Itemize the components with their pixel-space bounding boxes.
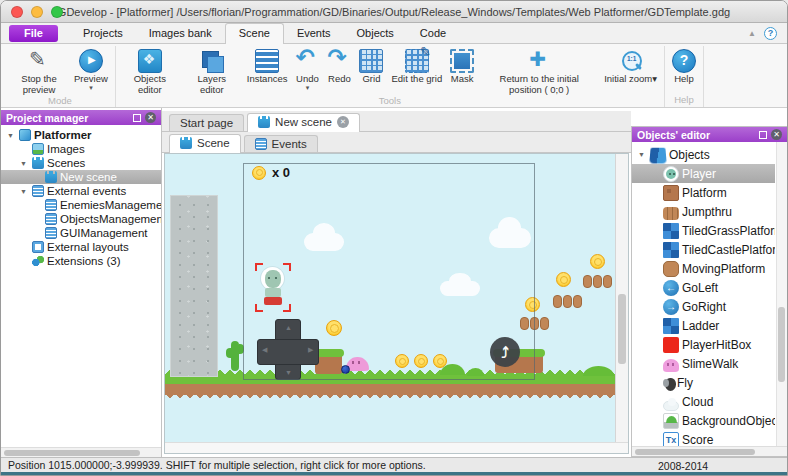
ribbon-item-undo[interactable]: Undo▾: [291, 46, 323, 90]
ribbon-item-objects-editor[interactable]: Objects editor: [119, 46, 181, 95]
jumpthru-instance[interactable]: [553, 295, 582, 308]
coin-instance[interactable]: [395, 354, 409, 368]
close-window-icon[interactable]: [11, 6, 23, 18]
coin-instance[interactable]: [525, 297, 540, 312]
vscroll-thumb[interactable]: [778, 307, 785, 382]
doc-tab-new-scene[interactable]: New scene✕: [247, 113, 360, 132]
project-item-guimanagement[interactable]: GUIManagement: [1, 226, 161, 240]
object-item-playerhitbox[interactable]: PlayerHitBox: [632, 335, 775, 354]
expand-arrow-icon[interactable]: ▼: [18, 160, 29, 167]
doc-tab-start-page[interactable]: Start page: [169, 114, 244, 131]
object-item-ladder[interactable]: Ladder: [632, 316, 775, 335]
expand-arrow-icon[interactable]: ▼: [636, 151, 647, 158]
ribbon-item-initial-zoom[interactable]: Initial zoom▾: [600, 46, 661, 85]
coin-counter[interactable]: x 0: [252, 165, 290, 180]
tree-item-label: GoLeft: [682, 281, 718, 295]
object-item-tiledgrassplatform[interactable]: TiledGrassPlatform: [632, 221, 775, 240]
ribbon-item-return-to-the-initial-position-0-0[interactable]: Return to the initial position ( 0;0 ): [478, 46, 600, 95]
float-panel-icon[interactable]: [759, 131, 767, 139]
object-item-slimewalk[interactable]: SlimeWalk: [632, 354, 775, 373]
coin-instance[interactable]: [556, 272, 571, 287]
pin-ribbon-icon[interactable]: ▲: [748, 29, 756, 38]
sub-tab-events[interactable]: Events: [244, 135, 318, 152]
ribbon-item-edit-the-grid[interactable]: Edit the grid: [387, 46, 446, 85]
object-item-goleft[interactable]: GoLeft: [632, 278, 775, 297]
grass-platform-instance[interactable]: [315, 352, 342, 374]
project-item-scenes[interactable]: ▼Scenes: [1, 156, 161, 170]
player-instance[interactable]: [258, 266, 288, 308]
menu-tab-events[interactable]: Events: [284, 24, 344, 43]
expand-arrow-icon[interactable]: ▼: [18, 188, 29, 195]
coin-instance[interactable]: [326, 320, 342, 336]
cloud-instance[interactable]: [304, 233, 344, 251]
ball-instance[interactable]: [341, 365, 350, 374]
project-item-external-events[interactable]: ▼External events: [1, 184, 161, 198]
ribbon-group-label: Mode: [8, 95, 112, 107]
menu-tab-scene[interactable]: Scene: [225, 23, 284, 44]
object-item-fly[interactable]: Fly: [632, 373, 775, 392]
objects-vscrollbar[interactable]: [776, 142, 787, 446]
events-icon: [45, 213, 57, 225]
close-tab-icon[interactable]: ✕: [337, 116, 349, 128]
ribbon-item-help[interactable]: Help: [668, 46, 700, 85]
project-manager-hscrollbar[interactable]: [1, 447, 161, 457]
ribbon-item-mask[interactable]: Mask: [446, 46, 478, 85]
menu-tab-objects[interactable]: Objects: [344, 24, 407, 43]
project-item-objectsmanagement[interactable]: ObjectsManagement: [1, 212, 161, 226]
jumpthru-instance[interactable]: [583, 275, 612, 288]
ribbon-item-grid[interactable]: Grid: [355, 46, 387, 85]
menu-tab-projects[interactable]: Projects: [70, 24, 136, 43]
object-item-backgroundobjects[interactable]: BackgroundObjects: [632, 411, 775, 430]
bush-background-object[interactable]: [440, 364, 465, 375]
object-item-goright[interactable]: GoRight: [632, 297, 775, 316]
hscroll-thumb[interactable]: [4, 450, 140, 456]
menubar-help-icon[interactable]: ?: [764, 27, 777, 40]
cactus-background-object[interactable]: [231, 341, 239, 371]
cloud-instance[interactable]: [489, 228, 531, 248]
ribbon-item-layers-editor[interactable]: Layers editor: [181, 46, 243, 95]
ribbon-item-preview[interactable]: Preview▾: [70, 46, 112, 90]
ribbon-item-redo[interactable]: Redo: [323, 46, 355, 85]
object-item-movingplatform[interactable]: MovingPlatform: [632, 259, 775, 278]
project-item-enemiesmanagement[interactable]: EnemiesManagement: [1, 198, 161, 212]
canvas-hscrollbar[interactable]: [165, 442, 628, 453]
cloud-instance[interactable]: [440, 281, 480, 296]
canvas-vscrollbar[interactable]: [615, 154, 628, 442]
minimize-window-icon[interactable]: [31, 6, 43, 18]
ribbon-item-instances[interactable]: Instances: [243, 46, 292, 85]
ground-tiled-grass-platform[interactable]: [165, 369, 615, 399]
project-item-new-scene[interactable]: New scene: [1, 170, 161, 184]
object-item-tiledcastleplatform[interactable]: TiledCastlePlatform: [632, 240, 775, 259]
bush-background-object[interactable]: [583, 366, 614, 376]
project-item-images[interactable]: Images: [1, 142, 161, 156]
menu-tab-images-bank[interactable]: Images bank: [136, 24, 225, 43]
float-panel-icon[interactable]: [133, 114, 141, 122]
close-panel-icon[interactable]: ✕: [145, 112, 156, 123]
sub-tab-scene[interactable]: Scene: [169, 134, 241, 153]
project-item-extensions-3[interactable]: Extensions (3): [1, 254, 161, 268]
close-panel-icon[interactable]: ✕: [771, 129, 782, 140]
menu-tab-code[interactable]: Code: [407, 24, 459, 43]
tiled-castle-platform-instance[interactable]: [170, 195, 218, 377]
jumpthru-instance[interactable]: [520, 317, 549, 330]
scene-canvas[interactable]: x 0: [165, 154, 615, 442]
hscroll-thumb[interactable]: [635, 449, 755, 455]
vscroll-thumb[interactable]: [618, 294, 626, 364]
object-item-score[interactable]: Score: [632, 430, 775, 446]
object-item-player[interactable]: Player: [632, 164, 775, 183]
coin-instance[interactable]: [590, 254, 605, 269]
jump-button-instance[interactable]: [490, 337, 520, 367]
project-item-platformer[interactable]: ▼Platformer: [1, 128, 161, 142]
object-item-jumpthru[interactable]: Jumpthru: [632, 202, 775, 221]
coin-instance[interactable]: [414, 354, 428, 368]
ribbon-item-stop-the-preview[interactable]: Stop the preview: [8, 46, 70, 95]
zoom-window-icon[interactable]: [51, 6, 63, 18]
expand-arrow-icon[interactable]: ▼: [5, 132, 16, 139]
dpad-control-instance[interactable]: ▲ ▼ ◀ ▶: [257, 319, 319, 380]
object-item-cloud[interactable]: Cloud: [632, 392, 775, 411]
project-item-external-layouts[interactable]: External layouts: [1, 240, 161, 254]
object-item-platform[interactable]: Platform: [632, 183, 775, 202]
object-item-objects[interactable]: ▼Objects: [632, 145, 775, 164]
objects-editor-hscrollbar[interactable]: [632, 446, 787, 456]
file-button[interactable]: File: [9, 25, 58, 42]
